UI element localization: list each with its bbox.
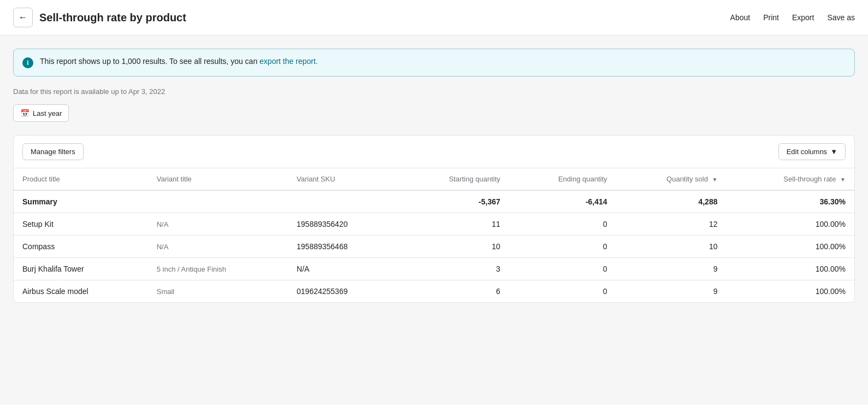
info-icon: i (22, 57, 33, 68)
ending-qty-cell: 0 (509, 213, 616, 236)
summary-sell-through-rate: 36.30% (726, 190, 854, 213)
quantity-sold-cell: 10 (616, 236, 727, 258)
date-filter-label: Last year (33, 109, 62, 118)
edit-columns-label: Edit columns (787, 148, 827, 156)
col-product-title: Product title (14, 168, 148, 190)
ending-qty-cell: 0 (509, 280, 616, 303)
header-left: ← Sell-through rate by product (13, 8, 186, 27)
table-row: Airbus Scale model Small 019624255369 6 … (14, 280, 854, 303)
product-title-cell: Airbus Scale model (14, 280, 148, 303)
manage-filters-button[interactable]: Manage filters (22, 143, 84, 160)
quantity-sold-cell: 9 (616, 258, 727, 280)
variant-title-cell: N/A (148, 236, 288, 258)
starting-qty-cell: 6 (398, 280, 509, 303)
col-quantity-sold-label: Quantity sold (666, 175, 708, 183)
col-starting-quantity: Starting quantity (398, 168, 509, 190)
main-content: i This report shows up to 1,000 results.… (0, 36, 868, 316)
table-row: Setup Kit N/A 195889356420 11 0 12 100.0… (14, 213, 854, 236)
export-report-link[interactable]: export the report. (259, 57, 318, 66)
calendar-icon: 📅 (20, 109, 29, 118)
product-title-cell: Setup Kit (14, 213, 148, 236)
back-icon: ← (19, 13, 27, 22)
back-button[interactable]: ← (13, 8, 33, 27)
variant-sku-cell: 019624255369 (288, 280, 398, 303)
summary-variant-sku (288, 190, 398, 213)
sell-through-rate-cell: 100.00% (726, 213, 854, 236)
col-quantity-sold[interactable]: Quantity sold ▼ (616, 168, 727, 190)
sell-through-rate-cell: 100.00% (726, 258, 854, 280)
export-action[interactable]: Export (792, 11, 814, 24)
filter-row: 📅 Last year (13, 104, 855, 122)
col-sell-through-rate[interactable]: Sell-through rate ▼ (726, 168, 854, 190)
variant-sku-cell: 195889356420 (288, 213, 398, 236)
header-right: About Print Export Save as (730, 11, 855, 24)
summary-label: Summary (14, 190, 148, 213)
variant-title-cell: Small (148, 280, 288, 303)
summary-row: Summary -5,367 -6,414 4,288 36.30% (14, 190, 854, 213)
product-title-cell: Burj Khalifa Tower (14, 258, 148, 280)
quantity-sold-sort-icon: ▼ (712, 177, 718, 183)
summary-variant-title (148, 190, 288, 213)
variant-title-cell: 5 inch / Antique Finish (148, 258, 288, 280)
info-banner: i This report shows up to 1,000 results.… (13, 49, 855, 77)
about-action[interactable]: About (730, 11, 751, 24)
starting-qty-cell: 3 (398, 258, 509, 280)
edit-columns-button[interactable]: Edit columns ▼ (778, 143, 846, 160)
col-variant-sku: Variant SKU (288, 168, 398, 190)
table-toolbar: Manage filters Edit columns ▼ (14, 136, 854, 168)
quantity-sold-cell: 12 (616, 213, 727, 236)
summary-quantity-sold: 4,288 (616, 190, 727, 213)
quantity-sold-cell: 9 (616, 280, 727, 303)
sell-through-rate-cell: 100.00% (726, 280, 854, 303)
col-variant-title: Variant title (148, 168, 288, 190)
variant-sku-cell: N/A (288, 258, 398, 280)
variant-title-cell: N/A (148, 213, 288, 236)
ending-qty-cell: 0 (509, 236, 616, 258)
table-container: Manage filters Edit columns ▼ Product ti… (13, 135, 855, 303)
chevron-down-icon: ▼ (830, 148, 837, 156)
summary-ending-quantity: -6,414 (509, 190, 616, 213)
data-availability-text: Data for this report is available up to … (13, 87, 855, 96)
save-as-action[interactable]: Save as (827, 11, 855, 24)
table-row: Compass N/A 195889356468 10 0 10 100.00% (14, 236, 854, 258)
sell-through-rate-cell: 100.00% (726, 236, 854, 258)
table-row: Burj Khalifa Tower 5 inch / Antique Fini… (14, 258, 854, 280)
page-title: Sell-through rate by product (39, 11, 186, 24)
summary-starting-quantity: -5,367 (398, 190, 509, 213)
product-title-cell: Compass (14, 236, 148, 258)
starting-qty-cell: 10 (398, 236, 509, 258)
print-action[interactable]: Print (763, 11, 779, 24)
banner-text: This report shows up to 1,000 results. T… (40, 57, 318, 66)
page-header: ← Sell-through rate by product About Pri… (0, 0, 868, 36)
variant-sku-cell: 195889356468 (288, 236, 398, 258)
report-table: Product title Variant title Variant SKU … (14, 168, 854, 302)
col-ending-quantity: Ending quantity (509, 168, 616, 190)
col-sell-through-rate-label: Sell-through rate (783, 175, 836, 183)
banner-text-before: This report shows up to 1,000 results. T… (40, 57, 259, 66)
date-filter-button[interactable]: 📅 Last year (13, 104, 69, 122)
starting-qty-cell: 11 (398, 213, 509, 236)
table-header-row: Product title Variant title Variant SKU … (14, 168, 854, 190)
ending-qty-cell: 0 (509, 258, 616, 280)
sell-through-rate-sort-icon: ▼ (840, 177, 846, 183)
